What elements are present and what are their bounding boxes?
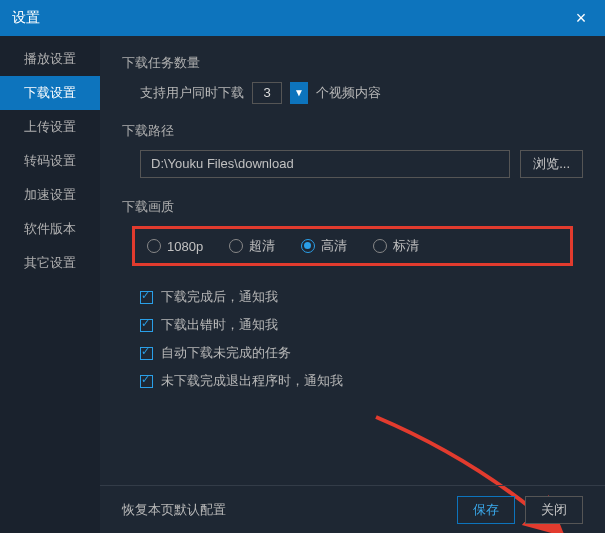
close-icon[interactable]: × (569, 8, 593, 29)
check-row-2[interactable]: 自动下载未完成的任务 (140, 344, 583, 362)
check-label: 下载完成后，通知我 (161, 288, 278, 306)
sidebar-item-0[interactable]: 播放设置 (0, 42, 100, 76)
save-button[interactable]: 保存 (457, 496, 515, 524)
quality-option-3[interactable]: 标清 (373, 237, 419, 255)
quality-option-1[interactable]: 超清 (229, 237, 275, 255)
footer: 恢复本页默认配置 保存 关闭 (100, 485, 605, 533)
download-path-label: 下载路径 (122, 122, 583, 140)
download-count-label: 下载任务数量 (122, 54, 583, 72)
quality-option-label: 高清 (321, 237, 347, 255)
quality-option-label: 标清 (393, 237, 419, 255)
sidebar-item-4[interactable]: 加速设置 (0, 178, 100, 212)
checkbox-icon (140, 347, 153, 360)
radio-icon (373, 239, 387, 253)
check-row-0[interactable]: 下载完成后，通知我 (140, 288, 583, 306)
check-row-3[interactable]: 未下载完成退出程序时，通知我 (140, 372, 583, 390)
download-count-value[interactable]: 3 (252, 82, 282, 104)
download-path-row: D:\Youku Files\download 浏览... (122, 150, 583, 178)
quality-option-label: 超清 (249, 237, 275, 255)
sidebar: 播放设置下载设置上传设置转码设置加速设置软件版本其它设置 (0, 36, 100, 533)
close-button[interactable]: 关闭 (525, 496, 583, 524)
quality-option-0[interactable]: 1080p (147, 237, 203, 255)
check-row-1[interactable]: 下载出错时，通知我 (140, 316, 583, 334)
quality-option-2[interactable]: 高清 (301, 237, 347, 255)
restore-defaults-link[interactable]: 恢复本页默认配置 (122, 501, 226, 519)
quality-options: 1080p超清高清标清 (132, 226, 573, 266)
radio-icon (229, 239, 243, 253)
quality-option-label: 1080p (167, 239, 203, 254)
download-count-suffix: 个视频内容 (316, 84, 381, 102)
radio-icon (301, 239, 315, 253)
sidebar-item-2[interactable]: 上传设置 (0, 110, 100, 144)
radio-icon (147, 239, 161, 253)
download-path-input[interactable]: D:\Youku Files\download (140, 150, 510, 178)
checkbox-icon (140, 291, 153, 304)
sidebar-item-1[interactable]: 下载设置 (0, 76, 100, 110)
main-panel: 下载任务数量 支持用户同时下载 3 ▼ 个视频内容 下载路径 D:\Youku … (100, 36, 605, 533)
checkbox-icon (140, 375, 153, 388)
chevron-down-icon[interactable]: ▼ (290, 82, 308, 104)
check-label: 自动下载未完成的任务 (161, 344, 291, 362)
download-count-prefix: 支持用户同时下载 (140, 84, 244, 102)
check-label: 下载出错时，通知我 (161, 316, 278, 334)
window-title: 设置 (12, 9, 40, 27)
browse-button[interactable]: 浏览... (520, 150, 583, 178)
quality-label: 下载画质 (122, 198, 583, 216)
titlebar: 设置 × (0, 0, 605, 36)
notify-checks: 下载完成后，通知我下载出错时，通知我自动下载未完成的任务未下载完成退出程序时，通… (122, 288, 583, 390)
sidebar-item-3[interactable]: 转码设置 (0, 144, 100, 178)
check-label: 未下载完成退出程序时，通知我 (161, 372, 343, 390)
sidebar-item-6[interactable]: 其它设置 (0, 246, 100, 280)
download-count-row: 支持用户同时下载 3 ▼ 个视频内容 (122, 82, 583, 104)
checkbox-icon (140, 319, 153, 332)
sidebar-item-5[interactable]: 软件版本 (0, 212, 100, 246)
